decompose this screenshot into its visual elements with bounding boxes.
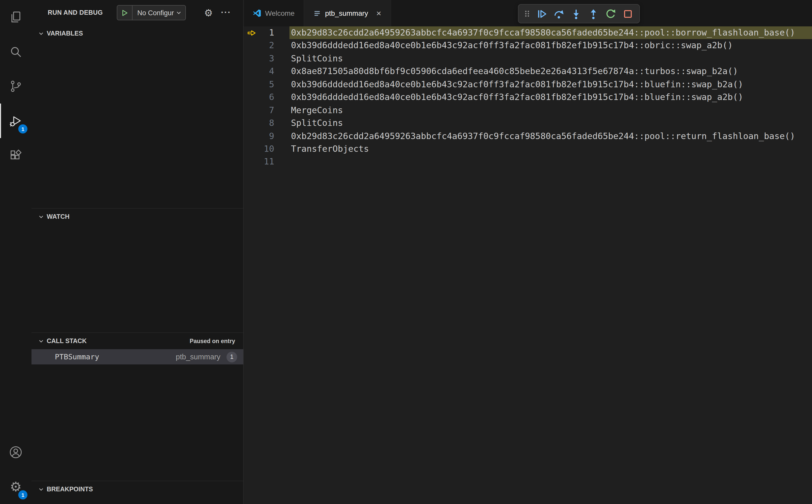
chevron-down-icon (38, 30, 44, 37)
search-icon (9, 45, 22, 58)
chevron-down-icon (176, 10, 186, 16)
watch-section-header[interactable]: WATCH (31, 209, 243, 225)
continue-button[interactable] (534, 6, 550, 21)
code-line-text[interactable]: SplitCoins (289, 117, 812, 130)
call-stack-section-body: PTBSummary ptb_summary 1 (31, 349, 243, 481)
editor-line[interactable]: 3SplitCoins (244, 52, 812, 65)
explorer-icon (9, 11, 22, 24)
step-out-icon (588, 8, 599, 19)
breakpoints-section-body (31, 497, 243, 504)
sidebar-item-explorer[interactable] (0, 0, 31, 35)
line-number: 2 (259, 39, 274, 52)
tab-label: ptb_summary (325, 9, 368, 17)
code-line-text[interactable]: TransferObjects (289, 143, 812, 156)
sidebar-item-search[interactable] (0, 35, 31, 69)
editor-line[interactable]: 11 (244, 156, 812, 169)
watch-section-label: WATCH (47, 213, 70, 220)
activity-bar: 1 ⚙ 1 (0, 0, 31, 504)
more-actions-icon[interactable]: ··· (221, 8, 233, 18)
step-out-button[interactable] (586, 6, 601, 21)
launch-configuration-dropdown[interactable]: No Configur (117, 5, 186, 20)
run-and-debug-sidebar: RUN AND DEBUG No Configur ⚙ ··· (31, 0, 244, 504)
tab-ptb-summary[interactable]: ptb_summary × (304, 0, 391, 26)
line-number: 3 (259, 52, 274, 65)
vscode-window: 1 ⚙ 1 (0, 0, 812, 504)
editor-line[interactable]: 8SplitCoins (244, 117, 812, 130)
vscode-logo-icon (253, 9, 261, 17)
debug-count-badge: 1 (18, 124, 27, 133)
editor-line[interactable]: 10TransferObjects (244, 143, 812, 156)
frame-count-badge: 1 (226, 351, 237, 362)
line-number: 8 (259, 117, 274, 130)
source-control-icon (9, 80, 22, 93)
line-number: 6 (259, 91, 274, 104)
accounts-button[interactable] (0, 435, 31, 469)
breakpoint-gutter[interactable] (244, 117, 259, 130)
breakpoint-gutter[interactable] (244, 65, 259, 78)
breakpoint-gutter[interactable] (244, 143, 259, 156)
stop-icon (623, 8, 633, 19)
breakpoint-gutter[interactable] (244, 130, 259, 143)
toolbar-drag-handle[interactable] (522, 6, 532, 21)
restart-button[interactable] (603, 6, 619, 21)
variables-section-header[interactable]: VARIABLES (31, 25, 243, 42)
breakpoint-gutter[interactable] (244, 104, 259, 117)
sidebar-header: RUN AND DEBUG No Configur ⚙ ··· (31, 0, 243, 25)
code-line-text[interactable]: 0xb39d6dddedd16ed8a40ce0b1e6b43c92acf0ff… (289, 91, 812, 104)
code-line-text[interactable]: 0x8ae871505a80d8bf6bf9c05906cda6edfeea46… (289, 65, 812, 78)
call-stack-section-header[interactable]: CALL STACK Paused on entry (31, 333, 243, 349)
stop-button[interactable] (620, 6, 636, 21)
sidebar-item-run-and-debug[interactable]: 1 (0, 104, 31, 138)
editor-lines: 10xb29d83c26cdd2a64959263abbcfc4a6937f0c… (244, 26, 812, 169)
call-stack-frame-row[interactable]: PTBSummary ptb_summary 1 (31, 349, 243, 364)
code-line-text[interactable] (289, 156, 812, 169)
gripper-icon (524, 10, 531, 18)
code-line-text[interactable]: 0xb39d6dddedd16ed8a40ce0b1e6b43c92acf0ff… (289, 78, 812, 91)
start-debugging-icon[interactable] (118, 6, 133, 20)
editor-line[interactable]: 7MergeCoins (244, 104, 812, 117)
line-number: 5 (259, 78, 274, 91)
line-number: 11 (259, 156, 274, 169)
breakpoints-section-header[interactable]: BREAKPOINTS (31, 481, 243, 497)
chevron-down-icon (38, 486, 44, 492)
debug-current-line-arrow-icon (247, 29, 256, 36)
breakpoint-gutter[interactable] (244, 91, 259, 104)
code-line-text[interactable]: 0xb39d6dddedd16ed8a40ce0b1e6b43c92acf0ff… (289, 39, 812, 52)
code-line-text[interactable]: MergeCoins (289, 104, 812, 117)
line-number: 1 (259, 26, 274, 39)
breakpoint-gutter[interactable] (244, 156, 259, 169)
tab-welcome[interactable]: Welcome (244, 0, 304, 26)
breakpoint-gutter[interactable] (244, 52, 259, 65)
open-launch-json-gear-icon[interactable]: ⚙ (204, 8, 213, 18)
call-stack-section-label: CALL STACK (47, 338, 87, 345)
editor-line[interactable]: 20xb39d6dddedd16ed8a40ce0b1e6b43c92acf0f… (244, 39, 812, 52)
breakpoint-gutter[interactable] (244, 78, 259, 91)
debug-arrow-gutter[interactable] (244, 26, 259, 39)
settings-count-badge: 1 (18, 490, 27, 499)
editor-line[interactable]: 10xb29d83c26cdd2a64959263abbcfc4a6937f0c… (244, 26, 812, 39)
breakpoints-section: BREAKPOINTS (31, 481, 243, 504)
watch-section-body (31, 225, 243, 332)
sidebar-item-extensions[interactable] (0, 138, 31, 173)
code-editor[interactable]: 10xb29d83c26cdd2a64959263abbcfc4a6937f0c… (244, 26, 812, 504)
code-line-text[interactable]: 0xb29d83c26cdd2a64959263abbcfc4a6937f0c9… (289, 130, 812, 143)
editor-line[interactable]: 40x8ae871505a80d8bf6bf9c05906cda6edfeea4… (244, 65, 812, 78)
editor-line[interactable]: 60xb39d6dddedd16ed8a40ce0b1e6b43c92acf0f… (244, 91, 812, 104)
chevron-down-icon (38, 338, 44, 344)
close-icon[interactable]: × (376, 9, 381, 18)
step-into-button[interactable] (568, 6, 584, 21)
step-into-icon (571, 8, 582, 19)
call-stack-section: CALL STACK Paused on entry PTBSummary pt… (31, 332, 243, 481)
settings-button[interactable]: ⚙ 1 (0, 469, 31, 504)
breakpoint-gutter[interactable] (244, 39, 259, 52)
editor-line[interactable]: 90xb29d83c26cdd2a64959263abbcfc4a6937f0c… (244, 130, 812, 143)
sidebar-item-source-control[interactable] (0, 69, 31, 104)
extensions-icon (9, 149, 22, 162)
step-over-button[interactable] (551, 6, 567, 21)
chevron-down-icon (38, 214, 44, 220)
editor-group: Welcome ptb_summary × (244, 0, 812, 504)
variables-section-body (31, 42, 243, 208)
code-line-text[interactable]: 0xb29d83c26cdd2a64959263abbcfc4a6937f0c9… (289, 26, 812, 39)
editor-line[interactable]: 50xb39d6dddedd16ed8a40ce0b1e6b43c92acf0f… (244, 78, 812, 91)
code-line-text[interactable]: SplitCoins (289, 52, 812, 65)
